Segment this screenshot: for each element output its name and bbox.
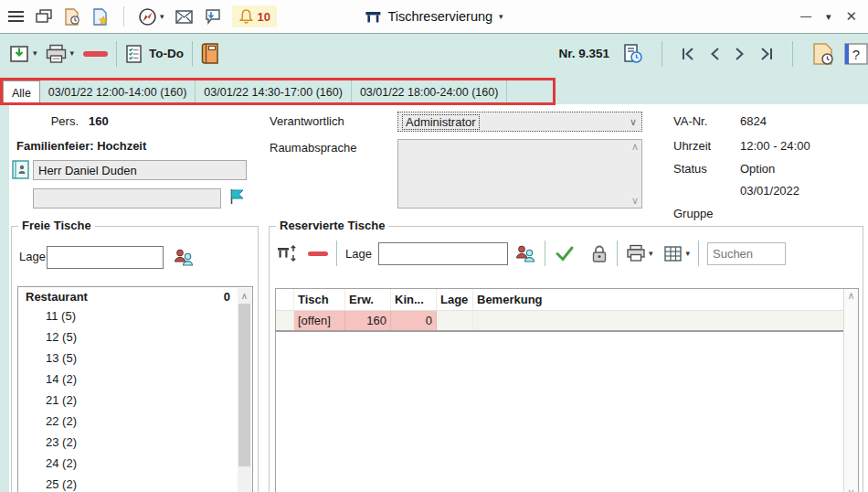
col-lage[interactable]: Lage [437,289,473,310]
cell-tisch[interactable]: [offen] [294,311,345,330]
svg-text:?: ? [852,47,860,62]
tab-timeslot-3[interactable]: 03/01/22 18:00-24:00 (160) [352,80,508,104]
toolbar-separator [792,41,793,67]
confirm-check-icon[interactable] [554,244,576,262]
toolbar-separator [116,41,117,67]
comment-download-icon[interactable] [204,8,222,25]
remove-table-icon[interactable] [308,251,328,256]
scroll-up-icon[interactable]: ∧ [631,142,639,152]
minimize-button[interactable]: — [800,10,811,23]
assign-table-icon[interactable] [277,243,299,263]
reservierte-tische-title: Reservierte Tische [276,219,388,232]
recent-document-icon[interactable] [63,8,81,26]
col-erw[interactable]: Erw. [345,289,391,310]
close-button[interactable]: ✕ [845,8,857,25]
contact-card-icon[interactable] [12,160,29,179]
print-list-button[interactable]: ▾ [626,244,653,262]
todo-button[interactable]: To-Do [125,44,184,64]
cell-kin[interactable]: 0 [391,311,437,330]
table-row[interactable]: [offen] 160 0 [276,311,858,332]
verantwortlich-label: Verantwortlich [270,114,344,128]
book-icon[interactable] [201,42,221,65]
toolbar-separator [192,41,193,67]
scroll-up-icon[interactable]: ∧ [844,291,858,301]
cell-lage[interactable] [437,311,473,330]
table-list-item[interactable]: 12 (5) [18,326,252,348]
todo-label: To-Do [149,47,184,60]
cell-erw[interactable]: 160 [345,311,391,330]
row-selector-cell[interactable] [276,311,294,330]
tab-alle[interactable]: Alle [3,80,40,104]
table-scrollbar[interactable]: ∧ ∨ [843,289,858,492]
tabs: Alle 03/01/22 12:00-14:00 (160) 03/01/22… [3,80,507,104]
col-bemerkung[interactable]: Bemerkung [473,289,843,310]
windows-cascade-icon[interactable] [35,8,53,25]
favorite-document-icon[interactable] [91,8,110,26]
left-margin-strip [0,104,9,492]
print-button[interactable]: ▾ [45,44,75,64]
freie-list-scrollbar[interactable]: ∧ [238,288,251,492]
persons-icon[interactable] [514,244,536,263]
titlebar-left-icons: ▾ 10 [7,5,277,27]
caret-down-icon: ▾ [160,13,164,21]
next-record-icon[interactable] [733,46,746,62]
window-menu-caret[interactable]: ▾ [826,12,831,22]
save-caret-icon: ▾ [33,49,37,58]
verantwortlich-select[interactable]: Administrator ∨ [397,112,642,132]
scroll-down-icon[interactable]: ∨ [631,196,639,206]
cell-bemerkung[interactable] [473,311,843,330]
prev-record-icon[interactable] [708,46,722,62]
pers-label: Pers. [37,114,79,128]
history-icon[interactable] [622,43,644,65]
persons-icon[interactable] [173,248,195,267]
pers-value: 160 [89,114,109,128]
table-list-item[interactable]: 23 (2) [18,432,252,453]
save-button[interactable]: ▾ [9,44,37,64]
print-caret-icon: ▾ [70,49,75,58]
flag-icon[interactable] [228,187,245,206]
menu-icon[interactable] [7,9,25,24]
reservierte-lage-input[interactable] [378,242,508,265]
lock-icon[interactable] [590,244,609,263]
table-list-item[interactable]: 22 (2) [18,411,252,432]
scroll-up-icon[interactable]: ∧ [238,288,251,303]
help-button[interactable]: ? [844,42,868,66]
compass-button[interactable]: ▾ [138,7,164,27]
window-title-menu[interactable]: Tischreservierung ▾ [365,9,503,25]
table-list-item[interactable]: 13 (5) [18,348,252,369]
remove-icon[interactable] [83,51,108,57]
status-label: Status [673,162,707,176]
tab-timeslot-2[interactable]: 03/01/22 14:30-17:00 (160) [196,80,352,104]
table-list-item[interactable]: 14 (2) [18,369,252,390]
document-clock-icon[interactable] [810,42,835,66]
status-date: 03/01/2022 [740,184,799,198]
last-record-icon[interactable] [757,46,775,62]
freie-lage-input[interactable] [47,246,164,269]
scroll-down-icon[interactable]: ∨ [844,487,858,492]
location-group-count: 0 [224,290,230,304]
window-controls: — ▾ ✕ [800,8,861,25]
reservierte-lage-label: Lage [345,247,372,261]
grid-view-button[interactable]: ▾ [663,245,690,262]
tab-timeslot-1[interactable]: 03/01/22 12:00-14:00 (160) [40,80,196,104]
record-number: Nr. 9.351 [558,47,609,60]
toolbar-separator [617,241,618,266]
table-list-item[interactable]: 11 (5) [18,305,252,326]
scrollbar-thumb[interactable] [238,304,250,466]
col-tisch[interactable]: Tisch [294,289,345,310]
first-record-icon[interactable] [680,46,697,62]
table-list-item[interactable]: 24 (2) [18,453,252,474]
search-input[interactable] [707,242,786,265]
mail-icon[interactable] [175,9,194,25]
col-kin[interactable]: Kin... [391,289,437,310]
notifications-button[interactable]: 10 [232,5,277,27]
table-list-item[interactable]: 21 (2) [18,390,252,411]
location-group-header[interactable]: Restaurant 0 [18,287,252,305]
reservierte-toolbar: Lage ▾ [277,239,786,268]
toolbar-separator [336,241,337,266]
grid-caret-icon: ▾ [685,250,690,258]
table-list-item[interactable]: 25 (2) [18,474,252,492]
secondary-contact-field[interactable] [33,188,221,209]
raumabsprache-textarea[interactable]: ∧ ∨ [397,139,642,209]
contact-name-field[interactable] [33,160,247,180]
